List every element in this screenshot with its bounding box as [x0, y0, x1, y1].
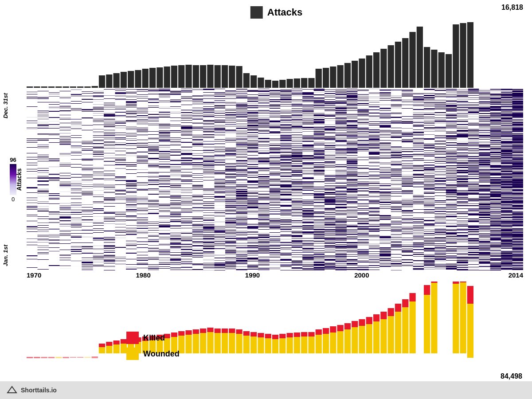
heatmap-canvas: [27, 89, 523, 270]
svg-rect-76: [113, 344, 119, 353]
svg-rect-28: [229, 66, 235, 88]
svg-rect-130: [308, 336, 314, 353]
svg-rect-21: [178, 65, 184, 88]
svg-rect-145: [359, 319, 365, 326]
svg-rect-117: [258, 333, 264, 337]
svg-rect-15: [135, 70, 141, 88]
svg-rect-97: [185, 330, 192, 335]
svg-rect-35: [279, 80, 286, 88]
svg-rect-107: [222, 329, 228, 333]
svg-rect-126: [294, 337, 300, 353]
svg-rect-42: [330, 66, 336, 88]
svg-rect-72: [99, 347, 105, 353]
svg-rect-60: [460, 23, 466, 88]
svg-rect-143: [352, 321, 358, 327]
svg-rect-1: [34, 86, 40, 88]
svg-rect-45: [352, 61, 358, 88]
svg-rect-148: [373, 321, 379, 353]
svg-rect-74: [106, 346, 112, 353]
legend-gradient: [10, 164, 16, 195]
svg-rect-162: [431, 283, 437, 353]
svg-rect-142: [352, 327, 358, 353]
svg-rect-59: [453, 24, 459, 88]
svg-rect-25: [207, 65, 213, 88]
svg-rect-161: [424, 285, 430, 295]
svg-rect-41: [323, 68, 329, 88]
svg-rect-164: [453, 284, 459, 353]
svg-rect-134: [323, 334, 329, 353]
svg-rect-71: [92, 356, 98, 358]
svg-rect-124: [286, 337, 293, 353]
svg-rect-104: [215, 333, 221, 353]
svg-rect-12: [113, 73, 119, 88]
svg-rect-137: [330, 326, 336, 332]
svg-rect-51: [395, 42, 401, 88]
svg-rect-159: [409, 293, 415, 301]
svg-rect-3: [48, 86, 55, 88]
svg-rect-99: [193, 329, 199, 334]
attacks-label: Attacks: [267, 7, 302, 18]
bottom-bar-chart: [27, 282, 523, 359]
svg-rect-152: [388, 316, 394, 353]
svg-rect-158: [409, 301, 415, 353]
svg-rect-144: [359, 326, 365, 353]
svg-rect-18: [156, 67, 163, 88]
x-label-2014: 2014: [509, 271, 523, 279]
x-axis-labels: 1970 1980 1990 2000 2014: [27, 271, 523, 281]
x-label-1980: 1980: [136, 271, 150, 279]
svg-rect-109: [229, 329, 235, 333]
svg-rect-110: [236, 334, 242, 353]
svg-rect-155: [395, 304, 401, 312]
svg-rect-17: [149, 68, 156, 88]
svg-rect-65: [48, 357, 55, 358]
svg-rect-56: [431, 50, 437, 88]
svg-rect-27: [222, 65, 228, 88]
svg-rect-140: [344, 329, 351, 353]
top-chart-title: Attacks: [250, 6, 302, 19]
svg-rect-40: [316, 69, 322, 88]
svg-rect-168: [467, 304, 473, 358]
svg-rect-6: [70, 86, 76, 88]
svg-rect-70: [84, 357, 90, 358]
svg-rect-114: [250, 336, 257, 353]
killed-legend-label: Killed: [143, 333, 165, 343]
svg-rect-52: [402, 38, 408, 88]
svg-rect-33: [265, 80, 271, 88]
svg-rect-79: [121, 339, 127, 344]
svg-rect-139: [337, 325, 344, 331]
svg-rect-133: [316, 329, 322, 335]
svg-rect-38: [301, 78, 307, 88]
x-label-1990: 1990: [245, 271, 260, 279]
svg-rect-10: [99, 75, 105, 88]
svg-rect-5: [63, 86, 69, 88]
svg-rect-43: [337, 65, 344, 88]
svg-rect-37: [294, 78, 300, 88]
svg-rect-16: [142, 69, 149, 88]
svg-rect-103: [207, 328, 213, 332]
svg-rect-131: [308, 332, 314, 336]
svg-rect-67: [63, 357, 69, 358]
footer: Shorttails.io: [0, 381, 532, 399]
svg-rect-138: [337, 331, 344, 353]
killed-legend-item: Killed: [126, 332, 180, 344]
svg-rect-69: [77, 357, 83, 358]
svg-rect-14: [128, 71, 134, 88]
svg-rect-20: [171, 66, 177, 88]
svg-rect-120: [272, 339, 278, 353]
svg-rect-53: [409, 32, 415, 88]
svg-rect-166: [460, 282, 466, 353]
legend-max-label: 96: [10, 156, 16, 163]
svg-rect-57: [438, 52, 445, 88]
top-max-value: 16,818: [501, 4, 523, 12]
svg-rect-63: [34, 357, 40, 358]
svg-rect-135: [323, 328, 329, 334]
attacks-icon: [250, 6, 263, 19]
svg-rect-66: [55, 357, 62, 358]
svg-rect-24: [200, 65, 206, 88]
svg-rect-58: [446, 54, 452, 88]
wounded-legend-label: Wounded: [143, 349, 180, 359]
svg-rect-169: [467, 286, 473, 304]
svg-rect-26: [215, 65, 221, 88]
svg-rect-105: [215, 329, 221, 333]
svg-rect-55: [424, 47, 430, 88]
